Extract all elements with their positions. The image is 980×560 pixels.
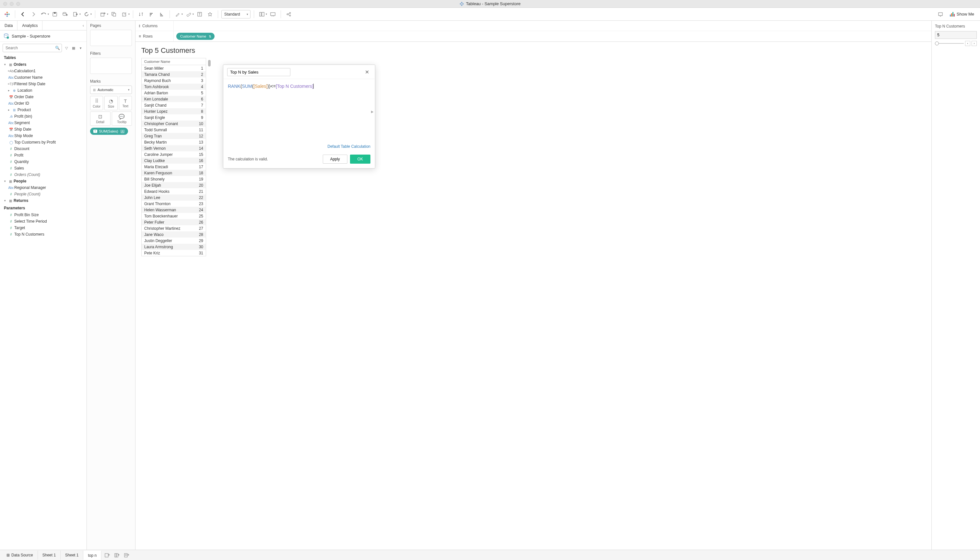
- duplicate-button[interactable]: [110, 10, 118, 19]
- tab-data[interactable]: Data: [0, 21, 18, 30]
- filters-shelf[interactable]: [90, 58, 132, 74]
- clear-button[interactable]: [120, 10, 129, 19]
- calculation-name-input[interactable]: [227, 68, 290, 76]
- parameter-prev-button[interactable]: ‹: [965, 41, 970, 46]
- table-row[interactable]: Laura Armstrong30: [142, 244, 206, 250]
- table-row[interactable]: Tom Ashbrook4: [142, 83, 206, 90]
- collapse-pane-button[interactable]: ‹: [80, 21, 87, 30]
- table-row[interactable]: Raymond Buch3: [142, 77, 206, 83]
- sheet-tab-top-n[interactable]: top n: [83, 551, 102, 560]
- table-row[interactable]: Justin Deggeller29: [142, 238, 206, 244]
- save-button[interactable]: [50, 10, 59, 19]
- default-table-calculation-link[interactable]: Default Table Calculation: [327, 144, 370, 149]
- parameter-slider[interactable]: [935, 43, 964, 44]
- table-row[interactable]: Grant Thornton23: [142, 201, 206, 207]
- forward-button[interactable]: [29, 10, 38, 19]
- sheet-tab-2[interactable]: Sheet 1: [61, 551, 83, 560]
- viz-title[interactable]: Top 5 Customers: [141, 46, 206, 55]
- label-button[interactable]: T: [195, 10, 204, 19]
- ok-button[interactable]: OK: [350, 155, 370, 164]
- table-row[interactable]: John Lee22: [142, 195, 206, 201]
- table-row[interactable]: Todd Sumrall11: [142, 127, 206, 133]
- table-row[interactable]: Christopher Conant10: [142, 120, 206, 127]
- close-dialog-button[interactable]: ✕: [363, 68, 371, 76]
- rows-shelf[interactable]: Customer Name ⇅: [174, 33, 932, 40]
- field-order-id[interactable]: AbcOrder ID: [0, 100, 87, 107]
- calculation-formula-editor[interactable]: RANK(SUM([Sales]))<=[Top N Customers]: [228, 83, 370, 89]
- view-mode-button[interactable]: ▦: [70, 45, 77, 51]
- field-sales[interactable]: #Sales: [0, 165, 87, 172]
- field-ship-mode[interactable]: AbcShip Mode: [0, 133, 87, 139]
- table-row[interactable]: Sean Miller1: [142, 65, 206, 71]
- marks-size-button[interactable]: ◔Size: [104, 96, 117, 110]
- viz-column-header[interactable]: Customer Name: [142, 58, 206, 65]
- field-ship-date[interactable]: 📅Ship Date: [0, 126, 87, 133]
- field-calculation1[interactable]: =AbcCalculation1: [0, 68, 87, 74]
- table-row[interactable]: Bill Shonely19: [142, 176, 206, 182]
- table-row[interactable]: Helen Wasserman24: [142, 207, 206, 213]
- field-discount[interactable]: #Discount: [0, 145, 87, 152]
- table-people[interactable]: ▾▦People: [0, 178, 87, 184]
- data-source-tab[interactable]: ⊞Data Source: [2, 551, 38, 560]
- table-returns[interactable]: ▾▦Returns: [0, 197, 87, 204]
- parameter-target[interactable]: #Target: [0, 225, 87, 231]
- table-row[interactable]: Christopher Martinez27: [142, 225, 206, 232]
- tab-analytics[interactable]: Analytics: [18, 21, 42, 30]
- table-row[interactable]: Becky Martin13: [142, 139, 206, 145]
- undo-history-button[interactable]: [39, 10, 48, 19]
- new-worksheet-tab-button[interactable]: [103, 551, 112, 559]
- field-profit-bin-[interactable]: .ılıProfit (bin): [0, 113, 87, 120]
- share-button[interactable]: [284, 10, 293, 19]
- search-input[interactable]: [3, 44, 62, 52]
- parameter-profit-bin-size[interactable]: #Profit Bin Size: [0, 212, 87, 218]
- filter-fields-button[interactable]: ▽: [63, 45, 70, 51]
- sheet-tab-1[interactable]: Sheet 1: [38, 551, 61, 560]
- group-button[interactable]: [184, 10, 193, 19]
- viz-scrollbar-thumb[interactable]: [208, 60, 211, 67]
- table-row[interactable]: Tom Boeckenhauer25: [142, 213, 206, 219]
- data-guide-button[interactable]: [936, 10, 945, 19]
- table-row[interactable]: Joe Elijah20: [142, 182, 206, 188]
- pages-shelf[interactable]: [90, 30, 132, 46]
- field-orders-count-[interactable]: #Orders (Count): [0, 172, 87, 178]
- pin-button[interactable]: [205, 10, 215, 19]
- table-row[interactable]: Jane Waco28: [142, 232, 206, 238]
- field-segment[interactable]: AbcSegment: [0, 120, 87, 126]
- presentation-mode-button[interactable]: [268, 10, 277, 19]
- table-row[interactable]: Karen Ferguson18: [142, 170, 206, 176]
- table-row[interactable]: Ken Lonsdale6: [142, 96, 206, 102]
- marks-color-button[interactable]: ⠿Color: [90, 96, 103, 110]
- marks-type-select[interactable]: ⊞Automatic: [90, 85, 132, 94]
- field-customer-name[interactable]: AbcCustomer Name: [0, 74, 87, 81]
- table-row[interactable]: Caroline Jumper15: [142, 151, 206, 158]
- parameter-top-n-customers[interactable]: #Top N Customers: [0, 231, 87, 238]
- table-row[interactable]: Edward Hooks21: [142, 188, 206, 195]
- highlight-button[interactable]: [173, 10, 182, 19]
- field-location[interactable]: ▸⊕Location: [0, 87, 87, 94]
- show-me-button[interactable]: Show Me: [946, 12, 977, 17]
- window-minimize-button[interactable]: [10, 2, 13, 6]
- field-top-customers-by-profit[interactable]: ◯Top Customers by Profit: [0, 139, 87, 145]
- table-row[interactable]: Peter Fuller26: [142, 219, 206, 225]
- field-quantity[interactable]: #Quantity: [0, 158, 87, 165]
- window-close-button[interactable]: [3, 2, 7, 6]
- marks-text-button[interactable]: TText: [119, 96, 132, 110]
- table-orders[interactable]: ▾▦Orders: [0, 61, 87, 68]
- field-profit[interactable]: #Profit: [0, 152, 87, 158]
- apply-button[interactable]: Apply: [323, 155, 347, 164]
- table-row[interactable]: Clay Ludtke16: [142, 158, 206, 164]
- expand-editor-button[interactable]: ▶: [371, 110, 374, 113]
- refresh-button[interactable]: [82, 10, 91, 19]
- table-row[interactable]: Seth Vernon14: [142, 145, 206, 151]
- field-filtered-ship-date[interactable]: =T|FFiltered Ship Date: [0, 81, 87, 87]
- datasource-row[interactable]: Sample - Superstore: [0, 30, 87, 42]
- field-regional-manager[interactable]: AbcRegional Manager: [0, 184, 87, 191]
- sort-desc-button[interactable]: [157, 10, 166, 19]
- field-order-date[interactable]: 📅Order Date: [0, 94, 87, 100]
- rows-pill-customer-name[interactable]: Customer Name ⇅: [176, 33, 215, 40]
- marks-pill-sum-sales[interactable]: T SUM(Sales) △: [90, 128, 128, 135]
- sort-asc-button[interactable]: [147, 10, 156, 19]
- show-cards-button[interactable]: [257, 10, 267, 19]
- table-row[interactable]: Sanjit Engle9: [142, 114, 206, 120]
- parameter-next-button[interactable]: ›: [972, 41, 977, 46]
